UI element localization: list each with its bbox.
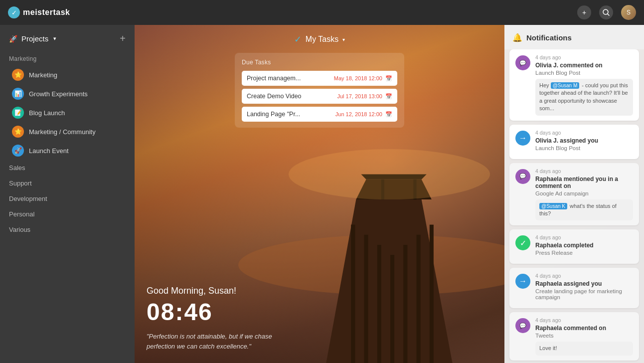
calendar-icon-1: 📅 — [385, 75, 392, 82]
notification-item-5[interactable]: → 4 days ago Raphaela assigned you Creat… — [509, 268, 639, 308]
svg-line-1 — [608, 14, 609, 15]
calendar-icon-3: 📅 — [385, 111, 392, 118]
community-icon: ⭐ — [12, 126, 24, 138]
sidebar-item-community[interactable]: ⭐ Marketing / Community — [3, 122, 132, 141]
add-project-button[interactable]: + — [120, 33, 126, 44]
add-button[interactable]: + — [577, 5, 591, 19]
sidebar-item-growth[interactable]: 📊 Growth Experiments — [3, 84, 132, 103]
greeting-area: Good Morning, Susan! 08:46 "Perfection i… — [135, 286, 286, 363]
community-label: Marketing / Community — [29, 128, 96, 136]
task-row-2[interactable]: Create Demo Video Jul 17, 2018 13:00 📅 — [242, 89, 397, 104]
rocket-icon: 🚀 — [9, 35, 17, 43]
notification-item-3[interactable]: 💬 4 days ago Raphaela mentioned you in a… — [509, 163, 639, 226]
blog-label: Blog Launch — [29, 109, 65, 117]
topbar-right: + S — [577, 5, 636, 20]
sidebar-item-marketing[interactable]: ⭐ Marketing — [3, 65, 132, 84]
sidebar-item-launch-event[interactable]: 🚀 Launch Event — [3, 141, 132, 160]
marketing-label: Marketing — [29, 71, 57, 79]
notification-item-4[interactable]: ✓ 4 days ago Raphaela completed Press Re… — [509, 229, 639, 264]
task-row-3[interactable]: Landing Page "Pr... Jun 12, 2018 12:00 📅 — [242, 107, 397, 122]
sidebar-item-sales[interactable]: Sales — [0, 160, 135, 176]
notifications-header: 🔔 Notifications — [504, 25, 644, 49]
sidebar: 🚀 Projects ▾ + Marketing ⭐ Marketing 📊 G… — [0, 25, 135, 363]
greeting-quote: "Perfection is not attainable, but if we… — [147, 332, 286, 351]
marketing-icon: ⭐ — [12, 69, 24, 81]
check-icon: ✓ — [294, 34, 302, 45]
notifications-panel: 🔔 Notifications 💬 4 days ago Olivia J. c… — [504, 25, 644, 363]
sidebar-header: 🚀 Projects ▾ + — [0, 25, 135, 50]
my-tasks-header[interactable]: ✓ My Tasks ▾ — [294, 25, 345, 53]
sidebar-item-development[interactable]: Development — [0, 191, 135, 206]
greeting-time: 08:46 — [147, 298, 286, 326]
notif-avatar-4: ✓ — [515, 235, 530, 250]
notifications-list: 💬 4 days ago Olivia J. commented on Laun… — [504, 49, 644, 363]
notif-avatar-6: 💬 — [515, 318, 530, 333]
marketing-section-label: Marketing — [0, 50, 135, 65]
sidebar-item-various[interactable]: Various — [0, 222, 135, 237]
due-tasks-label: Due Tasks — [242, 59, 397, 66]
notification-item-6[interactable]: 💬 4 days ago Raphaela commented on Tweet… — [509, 312, 639, 360]
bell-icon: 🔔 — [512, 33, 522, 42]
sidebar-item-personal[interactable]: Personal — [0, 206, 135, 222]
notif-avatar-3: 💬 — [515, 169, 530, 184]
due-tasks-section: Due Tasks Project managem... May 18, 201… — [235, 53, 404, 128]
search-button[interactable] — [599, 5, 613, 19]
calendar-icon-2: 📅 — [385, 93, 392, 100]
notifications-title: Notifications — [526, 33, 572, 42]
user-avatar[interactable]: S — [621, 5, 636, 20]
growth-icon: 📊 — [12, 88, 24, 100]
greeting-text: Good Morning, Susan! — [147, 286, 286, 296]
logo[interactable]: ✓ meistertask — [8, 6, 70, 18]
main-layout: 🚀 Projects ▾ + Marketing ⭐ Marketing 📊 G… — [0, 25, 644, 363]
notif-avatar-2: → — [515, 131, 530, 146]
blog-icon: 📝 — [12, 107, 24, 119]
launch-event-icon: 🚀 — [12, 145, 24, 157]
logo-icon: ✓ — [8, 6, 20, 18]
launch-event-label: Launch Event — [29, 147, 69, 155]
notif-avatar-5: → — [515, 274, 530, 289]
task-row-1[interactable]: Project managem... May 18, 2018 12:00 📅 — [242, 71, 397, 86]
content-area: ✓ My Tasks ▾ Due Tasks Project managem..… — [135, 25, 644, 363]
sidebar-item-blog[interactable]: 📝 Blog Launch — [3, 103, 132, 122]
growth-label: Growth Experiments — [29, 90, 88, 98]
notif-avatar-1: 💬 — [515, 55, 530, 70]
notification-item-2[interactable]: → 4 days ago Olivia J. assigned you Laun… — [509, 125, 639, 159]
topbar: ✓ meistertask + S — [0, 0, 644, 25]
notification-item-1[interactable]: 💬 4 days ago Olivia J. commented on Laun… — [509, 49, 639, 121]
sidebar-item-support[interactable]: Support — [0, 176, 135, 191]
logo-text: meistertask — [23, 8, 70, 17]
projects-title[interactable]: 🚀 Projects ▾ — [9, 34, 56, 43]
